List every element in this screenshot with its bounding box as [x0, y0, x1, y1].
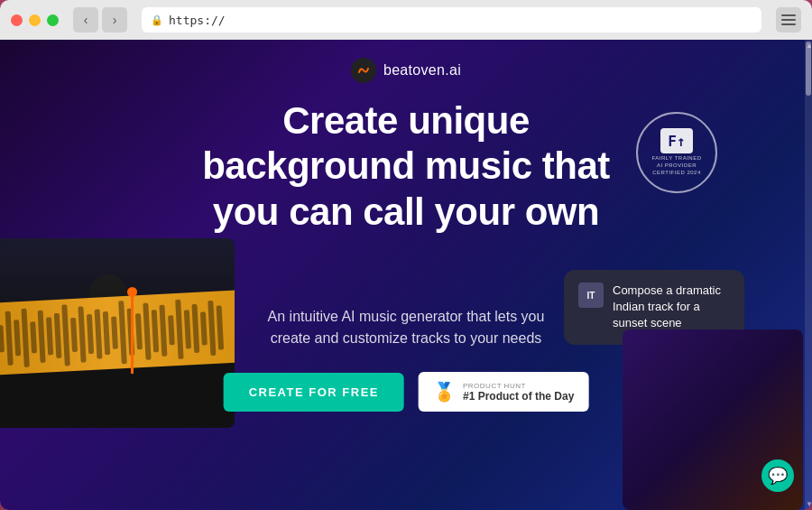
menu-line-3 [781, 23, 796, 25]
subtitle-line1: An intuitive AI music generator that let… [268, 309, 545, 324]
url-text: https:// [169, 14, 226, 27]
wave-bar [87, 314, 94, 354]
wave-bar [175, 300, 183, 359]
playhead [131, 292, 134, 374]
wave-bar [168, 315, 175, 345]
ph-label: PRODUCT HUNT [463, 382, 574, 390]
titlebar: ‹ › 🔒 https:// [0, 0, 812, 40]
maximize-button[interactable] [47, 14, 59, 26]
wave-bar [95, 309, 103, 358]
minimize-button[interactable] [29, 14, 41, 26]
badge-text: FAIRLY TRAINEDAI PROVIDERCERTIFIED 2024 [651, 155, 701, 176]
wave-bar [21, 308, 29, 366]
wave-bar [46, 317, 53, 355]
address-bar[interactable]: 🔒 https:// [142, 7, 761, 32]
wave-bar [111, 317, 118, 349]
wave-bar [14, 320, 21, 356]
ph-title: #1 Product of the Day [463, 390, 574, 403]
wave-bar [30, 321, 37, 353]
wave-bar [184, 310, 191, 348]
cta-area: CREATE FOR FREE 🏅 PRODUCT HUNT #1 Produc… [224, 372, 589, 412]
subtitle-line2: create and customize tracks to your need… [271, 330, 542, 346]
logo-icon [351, 58, 376, 83]
page-content: ▲ ▼ beatoven.ai F↑ FAIRLY TRAINEDAI PROV… [0, 40, 812, 510]
scroll-up-arrow[interactable]: ▲ [806, 42, 811, 50]
create-free-button[interactable]: CREATE FOR FREE [224, 373, 404, 412]
forward-button[interactable]: › [102, 7, 127, 32]
subtitle: An intuitive AI music generator that let… [262, 306, 550, 349]
waveform-card [0, 238, 235, 428]
chat-support-button[interactable]: 💬 [761, 459, 794, 492]
hero-heading: Create unique background music that you … [171, 98, 641, 235]
wave-bar [143, 302, 151, 359]
ai-provider-badge: F↑ FAIRLY TRAINEDAI PROVIDERCERTIFIED 20… [636, 112, 717, 193]
logo-text: beatoven.ai [383, 62, 461, 79]
wave-bar [103, 311, 111, 355]
chat-icon: 💬 [768, 466, 788, 486]
waveform-bar [0, 290, 235, 377]
badge-logo: F↑ [660, 128, 693, 153]
chat-avatar: IT [578, 283, 604, 308]
wave-bar [5, 311, 14, 366]
product-hunt-button[interactable]: 🏅 PRODUCT HUNT #1 Product of the Day [419, 372, 588, 412]
wave-bar [217, 305, 225, 349]
traffic-lights [11, 14, 59, 26]
lock-icon: 🔒 [151, 14, 163, 26]
menu-line-1 [781, 14, 796, 16]
wave-bar [54, 313, 62, 358]
wave-bar [38, 311, 46, 363]
chat-message: Compose a dramatic Indian track for a su… [613, 283, 730, 332]
menu-line-2 [781, 19, 796, 21]
wave-bar [78, 306, 86, 362]
back-button[interactable]: ‹ [73, 7, 98, 32]
wave-bar [159, 304, 167, 356]
wave-bar [0, 325, 5, 352]
waveform-background [0, 238, 235, 428]
wave-bar [208, 300, 216, 355]
scroll-down-arrow[interactable]: ▼ [806, 500, 811, 508]
logo-area: beatoven.ai [351, 58, 461, 83]
wave-bar [152, 310, 159, 352]
wave-bar [118, 301, 127, 364]
wave-bar [70, 318, 78, 352]
nav-buttons: ‹ › [73, 7, 127, 32]
wave-bar [135, 313, 143, 349]
wave-bar [191, 304, 199, 353]
medal-icon: 🏅 [433, 381, 456, 403]
ph-text-group: PRODUCT HUNT #1 Product of the Day [463, 382, 574, 403]
scrollbar-thumb[interactable] [806, 42, 811, 96]
wave-bar [61, 304, 70, 366]
menu-button[interactable] [776, 7, 801, 32]
browser-window: ‹ › 🔒 https:// ▲ ▼ [0, 0, 812, 510]
wave-bar [200, 311, 208, 345]
scrollbar[interactable]: ▲ ▼ [805, 40, 812, 510]
close-button[interactable] [11, 14, 23, 26]
